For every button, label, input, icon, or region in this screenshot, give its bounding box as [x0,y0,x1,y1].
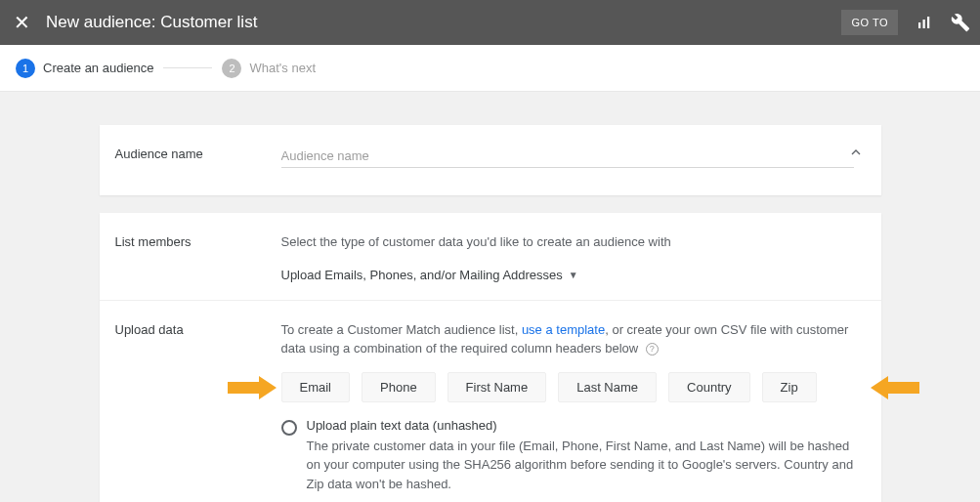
data-type-dropdown[interactable]: Upload Emails, Phones, and/or Mailing Ad… [281,268,578,282]
upload-intro: To create a Customer Match audience list… [281,320,866,358]
list-members-card: List members Select the type of customer… [100,213,881,502]
go-to-button[interactable]: GO TO [841,10,898,35]
use-template-link[interactable]: use a template [522,322,605,337]
page-background: Audience name List members Select the ty… [0,92,980,502]
tools-icon[interactable] [951,13,970,32]
step-1-label: Create an audience [43,61,153,75]
chip-last-name: Last Name [558,372,657,402]
svg-marker-4 [871,376,919,399]
list-members-intro: Select the type of customer data you'd l… [281,232,866,252]
column-chips-row: Email Phone First Name Last Name Country… [281,372,866,402]
stepper: 1 Create an audience 2 What's next [0,45,980,92]
annotation-arrow-left-icon [228,372,277,406]
dropdown-caret-icon: ▼ [569,270,578,280]
svg-marker-3 [228,376,277,399]
upload-data-label: Upload data [115,320,281,503]
radio-unhashed-desc: The private customer data in your file (… [307,437,866,494]
chip-country: Country [668,372,750,402]
step-1-circle: 1 [16,59,35,78]
reports-icon[interactable] [916,14,933,31]
annotation-arrow-right-icon [871,372,919,406]
page-title: New audience: Customer list [46,13,841,32]
step-whats-next: 2 What's next [222,59,316,78]
audience-name-card: Audience name [100,125,881,195]
svg-rect-0 [918,22,920,28]
radio-unhashed[interactable] [281,420,297,436]
chevron-up-icon[interactable] [848,145,864,165]
radio-unhashed-label: Upload plain text data (unhashed) [307,418,866,433]
step-2-circle: 2 [222,59,241,78]
dropdown-label: Upload Emails, Phones, and/or Mailing Ad… [281,268,563,282]
chip-email: Email [281,372,351,402]
upload-intro-pre: To create a Customer Match audience list… [281,322,522,337]
upload-plain-text-option[interactable]: Upload plain text data (unhashed) The pr… [281,418,866,503]
audience-name-label: Audience name [115,145,281,168]
step-2-label: What's next [249,61,316,75]
step-connector [163,67,212,68]
help-icon[interactable]: ? [646,343,659,356]
svg-rect-1 [923,20,925,28]
top-bar: ✕ New audience: Customer list GO TO [0,0,980,45]
svg-rect-2 [927,17,929,28]
close-icon[interactable]: ✕ [14,11,30,34]
step-create-audience[interactable]: 1 Create an audience [16,59,153,78]
chip-first-name: First Name [447,372,547,402]
audience-name-input[interactable] [281,145,854,168]
chip-phone: Phone [362,372,436,402]
list-members-label: List members [115,232,281,282]
chip-zip: Zip [762,372,817,402]
